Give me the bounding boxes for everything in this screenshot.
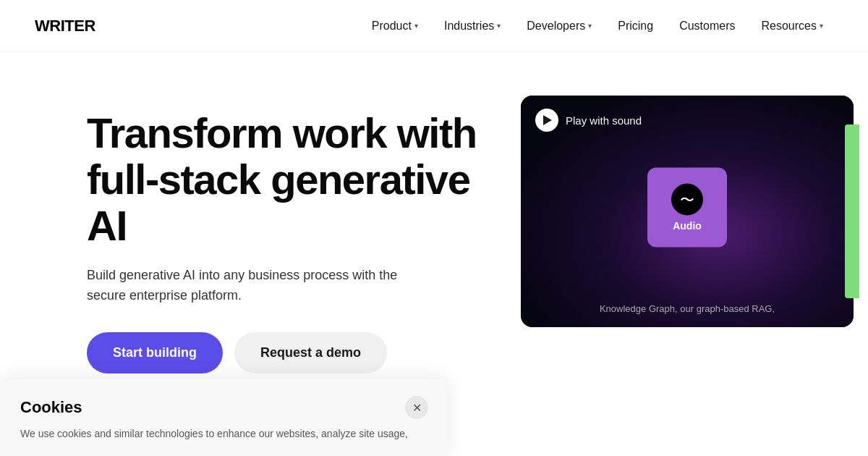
waveform-icon: 〜 [680,190,694,209]
start-building-button[interactable]: Start building [87,332,223,373]
cookies-header: Cookies ✕ [20,396,428,419]
play-triangle-icon [543,115,552,125]
hero-title: Transform work with full-stack generativ… [87,110,492,248]
cookies-text: We use cookies and similar technologies … [20,426,428,442]
nav-item-developers[interactable]: Developers▾ [516,14,602,38]
nav-item-pricing[interactable]: Pricing [608,14,663,38]
nav-item-resources[interactable]: Resources▾ [752,14,833,38]
chevron-down-icon: ▾ [497,22,501,30]
cookies-banner: Cookies ✕ We use cookies and similar tec… [0,379,448,456]
video-panel: Play with sound 〜 Audio Knowledge Graph,… [521,96,854,327]
play-button-row[interactable]: Play with sound [535,109,642,132]
audio-label: Audio [673,220,702,232]
chevron-down-icon: ▾ [588,22,592,30]
cookies-title: Cookies [20,398,82,417]
cookies-close-button[interactable]: ✕ [405,396,428,419]
hero-right: Play with sound 〜 Audio Knowledge Graph,… [521,96,854,327]
main-content: Transform work with full-stack generativ… [0,52,868,398]
play-label: Play with sound [566,114,642,127]
request-demo-button[interactable]: Request a demo [234,332,387,373]
hero-left: Transform work with full-stack generativ… [87,96,492,373]
chevron-down-icon: ▾ [414,22,418,30]
nav-item-customers[interactable]: Customers [669,14,745,38]
chevron-down-icon: ▾ [820,22,823,30]
play-circle-button[interactable] [535,109,558,132]
audio-card: 〜 Audio [647,168,727,248]
nav-item-product[interactable]: Product▾ [362,14,428,38]
hero-subtitle: Build generative AI into any business pr… [87,266,434,306]
nav-item-industries[interactable]: Industries▾ [434,14,511,38]
header: WRITER Product▾Industries▾Developers▾Pri… [0,0,868,52]
cta-buttons: Start building Request a demo [87,332,492,373]
logo[interactable]: WRITER [35,17,95,35]
navigation: Product▾Industries▾Developers▾PricingCus… [362,14,833,38]
video-caption: Knowledge Graph, our graph-based RAG, [521,303,854,314]
green-accent-bar [845,124,859,298]
audio-icon: 〜 [671,184,703,216]
